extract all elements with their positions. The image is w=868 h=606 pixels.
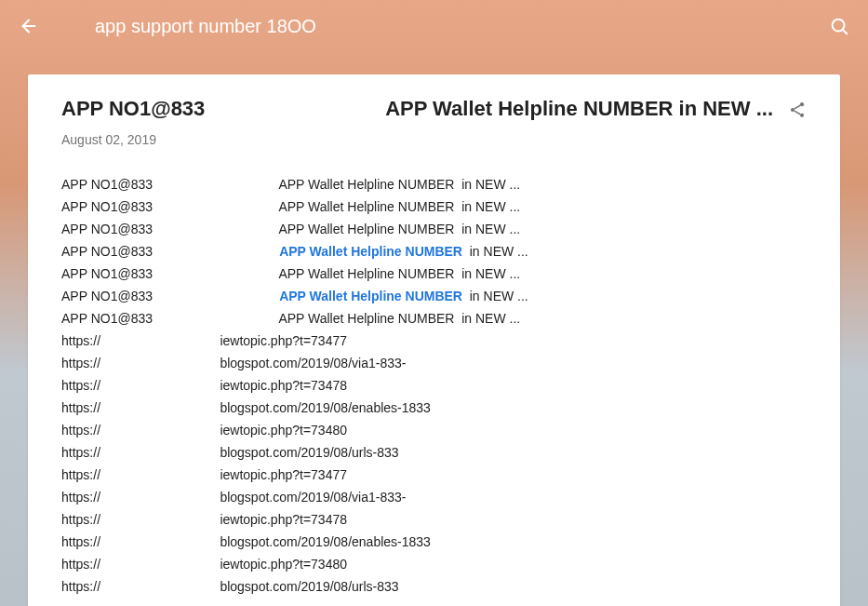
header-bar: app support number 18OO [0,0,868,52]
url-right: iewtopic.php?t=73480 [220,423,347,438]
url-right: iewtopic.php?t=73478 [220,378,347,393]
url-right: iewtopic.php?t=73478 [220,512,347,527]
line-mid[interactable]: APP Wallet Helpline NUMBER [279,289,462,303]
url-left: https:// [61,356,220,370]
content-line: https:// iewtopic.php?t=73478 [61,374,807,397]
url-right: blogspot.com/2019/08/enables-1833 [220,534,431,549]
line-right: in NEW ... [454,177,520,192]
svg-line-2 [843,30,848,34]
url-right: iewtopic.php?t=73477 [220,333,347,348]
line-left: APP NO1@833 [61,199,278,214]
content-line: https:// iewtopic.php?t=73480 [61,553,807,575]
line-left: APP NO1@833 [61,222,278,236]
line-mid[interactable]: APP Wallet Helpline NUMBER [279,244,462,259]
url-left: https:// [61,490,220,505]
content-line: APP NO1@833 APP Wallet Helpline NUMBER i… [61,307,807,330]
search-icon[interactable] [829,16,849,36]
content-line: APP NO1@833 APP Wallet Helpline NUMBER i… [61,240,807,263]
url-left: https:// [61,512,220,527]
url-left: https:// [61,579,220,594]
url-right: blogspot.com/2019/08/urls-833 [220,579,398,594]
svg-point-4 [791,108,795,112]
url-right: iewtopic.php?t=73477 [220,467,347,482]
line-left: APP NO1@833 [61,266,278,281]
content-line: https:// blogspot.com/2019/08/via1-833- [61,352,807,374]
post-card: APP NO1@833 APP Wallet Helpline NUMBER i… [28,74,840,606]
url-right: iewtopic.php?t=73480 [220,557,347,572]
url-left: https:// [61,423,220,438]
post-body: APP NO1@833 APP Wallet Helpline NUMBER i… [61,173,807,598]
post-date: August 02, 2019 [61,132,807,147]
content-line: https:// iewtopic.php?t=73478 [61,508,807,531]
svg-point-3 [800,102,804,106]
url-left: https:// [61,400,220,415]
url-right: blogspot.com/2019/08/via1-833- [220,490,406,505]
line-right: in NEW ... [454,222,520,236]
line-right: in NEW ... [454,199,520,214]
content-line: https:// blogspot.com/2019/08/enables-18… [61,397,807,419]
content-line: https:// blogspot.com/2019/08/enables-18… [61,531,807,553]
line-left: APP NO1@833 [61,289,279,303]
content-line: https:// blogspot.com/2019/08/urls-833 [61,441,807,464]
url-left: https:// [61,467,220,482]
line-right: in NEW ... [462,244,528,259]
url-left: https:// [61,534,220,549]
post-title-left: APP NO1@833 [61,97,205,121]
line-mid: APP Wallet Helpline NUMBER [278,311,454,326]
url-left: https:// [61,557,220,572]
line-mid: APP Wallet Helpline NUMBER [278,177,454,192]
content-line: APP NO1@833 APP Wallet Helpline NUMBER i… [61,263,807,285]
line-right: in NEW ... [454,266,520,281]
url-left: https:// [61,378,220,393]
content-line: https:// blogspot.com/2019/08/urls-833 [61,575,807,598]
line-right: in NEW ... [462,289,528,303]
post-title-right: APP Wallet Helpline NUMBER in NEW ... [385,97,788,121]
line-left: APP NO1@833 [61,177,278,192]
content-line: APP NO1@833 APP Wallet Helpline NUMBER i… [61,173,807,195]
content-line: https:// iewtopic.php?t=73480 [61,419,807,441]
url-right: blogspot.com/2019/08/enables-1833 [220,400,431,415]
content-line: APP NO1@833 APP Wallet Helpline NUMBER i… [61,195,807,218]
content-line: https:// iewtopic.php?t=73477 [61,330,807,352]
post-header: APP NO1@833 APP Wallet Helpline NUMBER i… [61,97,807,121]
share-icon[interactable] [788,101,807,119]
url-right: blogspot.com/2019/08/urls-833 [220,445,398,460]
svg-point-5 [800,114,804,117]
content-line: https:// iewtopic.php?t=73477 [61,464,807,486]
content-line: APP NO1@833 APP Wallet Helpline NUMBER i… [61,285,807,307]
line-right: in NEW ... [454,311,520,326]
url-left: https:// [61,333,220,348]
line-left: APP NO1@833 [61,311,278,326]
line-mid: APP Wallet Helpline NUMBER [278,266,454,281]
content-line: https:// blogspot.com/2019/08/via1-833- [61,486,807,508]
page-title[interactable]: app support number 18OO [95,16,829,37]
back-arrow-icon[interactable] [19,16,39,36]
content-line: APP NO1@833 APP Wallet Helpline NUMBER i… [61,218,807,240]
line-left: APP NO1@833 [61,244,279,259]
line-mid: APP Wallet Helpline NUMBER [278,199,454,214]
url-left: https:// [61,445,220,460]
line-mid: APP Wallet Helpline NUMBER [278,222,454,236]
url-right: blogspot.com/2019/08/via1-833- [220,356,406,370]
